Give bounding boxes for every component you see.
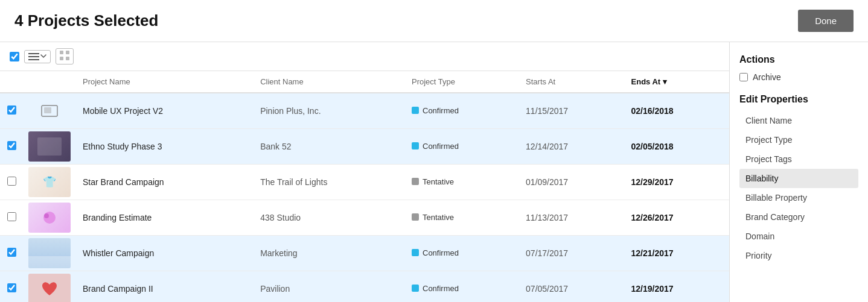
done-button[interactable]: Done [798,10,854,32]
table-row: Whistler Campaign Marketing Confirmed 07… [0,236,729,271]
project-type-cell: Confirmed [404,236,519,271]
row-checkbox[interactable] [7,177,16,186]
project-name-cell: Branding Estimate [75,200,253,236]
client-name-cell: The Trail of Lights [253,165,404,200]
svg-rect-4 [66,51,69,54]
client-name-cell: Pavilion [253,271,404,303]
row-checkbox[interactable] [7,212,16,221]
status-label: Confirmed [423,142,459,151]
project-type-column-header[interactable]: Project Type [404,71,519,93]
status-dot [412,285,419,292]
project-name: Star Brand Campaign [83,177,164,187]
starts-at-cell: 07/17/2017 [519,236,624,271]
page-title: 4 Projects Selected [14,11,158,30]
prop-item-billable-property[interactable]: Billable Property [739,188,858,207]
ends-at-column-header[interactable]: Ends At ▾ [624,71,729,93]
project-name-cell: Brand Campaign II [75,271,253,303]
status-label: Tentative [423,213,454,222]
table-body: Mobile UX Project V2 Pinion Plus, Inc. C… [0,93,729,302]
client-name: The Trail of Lights [260,177,327,187]
project-name: Whistler Campaign [83,248,154,258]
starts-at-cell: 01/09/2017 [519,165,624,200]
thumbnail-cell [24,129,75,165]
client-name: Marketing [260,248,297,258]
archive-checkbox[interactable] [739,73,748,81]
row-checkbox-cell[interactable] [0,200,24,236]
project-type-cell: Confirmed [404,271,519,303]
sidebar: Actions Archive Edit Properties Client N… [729,42,868,302]
row-checkbox-cell[interactable] [0,165,24,200]
row-checkbox[interactable] [7,105,16,115]
ends-at-cell: 02/16/2018 [624,93,729,129]
table-row: Ethno Study Phase 3 Bank 52 Confirmed 12… [0,129,729,165]
status-label: Confirmed [423,106,459,115]
project-type-cell: Confirmed [404,93,519,129]
thumbnail-cell [24,236,75,271]
table-header-row: Project Name Client Name Project Type St… [0,71,729,93]
thumbnail: 👕 [28,167,71,197]
svg-rect-3 [60,51,63,54]
client-name: 438 Studio [260,213,301,222]
chevron-down-icon [40,54,46,58]
starts-at-cell: 07/05/2017 [519,271,624,303]
ends-at-cell: 12/19/2017 [624,271,729,303]
list-view-button[interactable] [24,50,51,63]
properties-list: Client NameProject TypeProject TagsBilla… [739,111,858,265]
row-checkbox[interactable] [7,141,16,150]
svg-rect-8 [44,107,51,113]
row-checkbox[interactable] [7,283,16,292]
prop-item-project-tags[interactable]: Project Tags [739,149,858,169]
client-name: Pinion Plus, Inc. [260,106,321,116]
status-dot [412,249,419,256]
grid-view-button[interactable] [56,48,74,64]
client-name-cell: 438 Studio [253,200,404,236]
thumbnail [28,274,71,302]
starts-at-cell: 11/15/2017 [519,93,624,129]
select-all-checkbox[interactable] [10,52,19,61]
status-badge: Tentative [412,177,454,186]
client-name-cell: Pinion Plus, Inc. [253,93,404,129]
svg-rect-1 [28,56,39,57]
project-name: Ethno Study Phase 3 [83,142,162,151]
row-checkbox[interactable] [7,248,16,257]
prop-item-client-name[interactable]: Client Name [739,111,858,130]
starts-at-cell: 12/14/2017 [519,129,624,165]
prop-item-priority[interactable]: Priority [739,246,858,265]
project-name-cell: Mobile UX Project V2 [75,93,253,129]
project-type-cell: Tentative [404,165,519,200]
client-name: Pavilion [260,284,290,294]
status-label: Confirmed [423,284,459,293]
main-layout: Project Name Client Name Project Type St… [0,42,868,302]
starts-at-column-header[interactable]: Starts At [519,71,624,93]
thumb-column-header [24,71,75,93]
svg-point-10 [44,213,49,218]
table-area: Project Name Client Name Project Type St… [0,42,729,302]
thumbnail [28,203,71,233]
thumbnail-cell [24,271,75,303]
prop-item-brand-category[interactable]: Brand Category [739,207,858,227]
prop-item-project-type[interactable]: Project Type [739,130,858,149]
status-dot [412,213,419,221]
project-name: Brand Campaign II [83,284,153,294]
checkbox-column-header [0,71,24,93]
row-checkbox-cell[interactable] [0,93,24,129]
project-name: Branding Estimate [83,213,152,222]
row-checkbox-cell[interactable] [0,236,24,271]
row-checkbox-cell[interactable] [0,129,24,165]
table-row: 👕 Star Brand Campaign The Trail of Light… [0,165,729,200]
client-name-cell: Marketing [253,236,404,271]
project-name-column-header[interactable]: Project Name [75,71,253,93]
client-name-column-header[interactable]: Client Name [253,71,404,93]
thumbnail-cell [24,93,75,129]
thumbnail [28,96,71,126]
project-type-cell: Tentative [404,200,519,236]
project-name-cell: Star Brand Campaign [75,165,253,200]
svg-rect-5 [60,57,63,60]
status-badge: Confirmed [412,284,459,293]
status-badge: Confirmed [412,142,459,151]
prop-item-domain[interactable]: Domain [739,227,858,246]
top-bar: 4 Projects Selected Done [0,0,868,42]
prop-item-billability[interactable]: Billability [739,169,858,188]
status-badge: Confirmed [412,248,459,257]
row-checkbox-cell[interactable] [0,271,24,303]
